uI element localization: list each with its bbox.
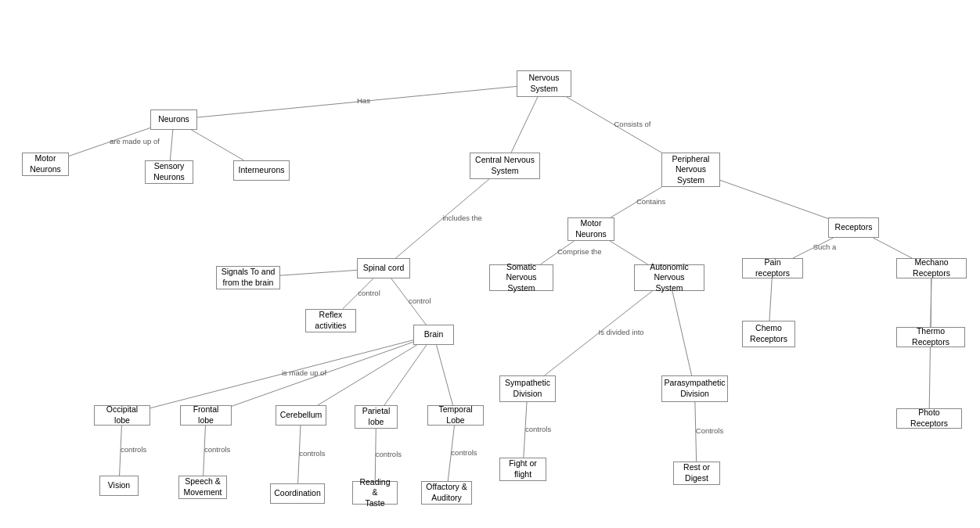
edge-label: controls xyxy=(299,449,325,458)
edge-label: is made up of xyxy=(282,368,326,377)
edge-label: Is divided into xyxy=(599,328,644,336)
node-motor-neurons-pns: Motor Neurons xyxy=(567,217,614,241)
node-mechano-receptors: Mechano Receptors xyxy=(896,258,967,278)
node-parietal: Parietal lobe xyxy=(355,405,398,429)
node-coordination: Coordination xyxy=(270,483,325,504)
edge-label: control xyxy=(409,296,431,305)
node-somatic: Somatic Nervous System xyxy=(489,264,553,291)
node-signals-brain: Signals To and from the brain xyxy=(216,266,280,289)
svg-line-1 xyxy=(511,97,538,153)
node-chemo-receptors: Chemo Receptors xyxy=(742,321,795,347)
node-rest-digest: Rest or Digest xyxy=(673,462,720,485)
node-autonomic: Autonomic Nervous System xyxy=(634,264,704,291)
node-motor-neurons-top: Motor Neurons xyxy=(22,153,69,176)
svg-line-20 xyxy=(672,291,692,375)
node-spinal-cord: Spinal cord xyxy=(357,258,410,278)
node-photo-receptors: Photo Receptors xyxy=(896,408,962,429)
node-fight-flight: Fight or flight xyxy=(499,458,546,481)
concept-map: Nervous SystemNeuronsMotor NeuronsSensor… xyxy=(0,0,980,528)
svg-line-7 xyxy=(720,180,828,218)
svg-line-17 xyxy=(931,278,931,327)
node-cerebellum: Cerebellum xyxy=(276,405,326,426)
svg-line-13 xyxy=(610,241,647,264)
edge-label: Such a xyxy=(813,242,837,251)
svg-line-4 xyxy=(170,130,172,160)
svg-line-27 xyxy=(437,345,453,405)
edge-label: Controls xyxy=(696,426,723,435)
edge-label: Comprise the xyxy=(557,247,602,256)
node-neurons: Neurons xyxy=(150,110,197,130)
svg-line-16 xyxy=(769,278,772,321)
svg-line-26 xyxy=(384,345,427,405)
node-parasympathetic: Parasympathetic Division xyxy=(661,375,728,402)
edge-label: controls xyxy=(376,450,402,458)
node-nervous-system: Nervous System xyxy=(517,70,571,97)
svg-line-5 xyxy=(191,130,243,160)
node-brain: Brain xyxy=(413,325,454,345)
node-interneurons: Interneurons xyxy=(233,160,290,181)
edge-label: controls xyxy=(525,425,551,433)
node-temporal: Temporal Lobe xyxy=(427,405,484,426)
node-pain-receptors: Pain receptors xyxy=(742,258,803,278)
edge-label: controls xyxy=(451,448,477,457)
edge-label: includes the xyxy=(442,214,482,222)
node-cns: Central Nervous System xyxy=(470,153,540,179)
node-sympathetic: Sympathetic Division xyxy=(499,375,556,402)
edge-label: control xyxy=(358,289,380,297)
node-vision: Vision xyxy=(99,476,139,496)
node-thermo-receptors: Thermo Receptors xyxy=(896,327,965,347)
node-reading-taste: Reading & Taste xyxy=(352,481,398,505)
node-pns: Peripheral Nervous System xyxy=(661,153,720,187)
node-speech-movement: Speech & Movement xyxy=(178,476,227,499)
node-offactory-auditory: Offactory & Auditory xyxy=(421,481,472,505)
edge-label: controls xyxy=(121,445,146,454)
svg-line-25 xyxy=(318,345,417,405)
node-receptors: Receptors xyxy=(828,217,879,238)
node-occipital: Occipital lobe xyxy=(94,405,150,426)
edge-label: Contains xyxy=(636,197,666,206)
svg-line-9 xyxy=(280,270,357,275)
node-frontal: Frontal lobe xyxy=(180,405,232,426)
edge-label: Consists of xyxy=(614,120,650,128)
svg-line-15 xyxy=(873,238,912,258)
page-title xyxy=(0,0,980,14)
node-reflex: Reflex activities xyxy=(305,309,356,332)
node-sensory-neurons: Sensory Neurons xyxy=(145,160,193,184)
edge-label: are made up of xyxy=(110,137,160,145)
edge-label: controls xyxy=(204,445,230,454)
edge-label: Has xyxy=(357,96,370,105)
